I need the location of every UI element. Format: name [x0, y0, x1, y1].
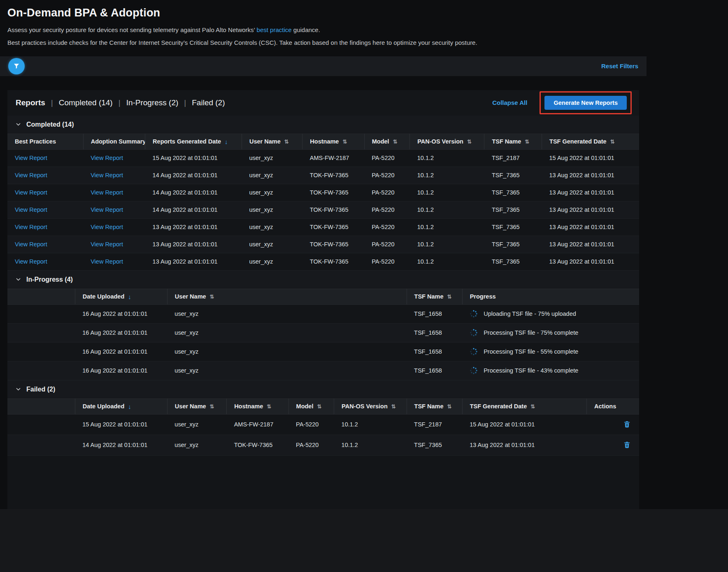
progress-spinner-icon: [470, 347, 478, 356]
chevron-down-icon[interactable]: [16, 277, 21, 282]
user-name-cell: user_xyz: [242, 236, 302, 253]
panel-empty-area: [7, 456, 639, 509]
chevron-down-icon[interactable]: [16, 387, 21, 392]
column-header-date-uploaded[interactable]: Date Uploaded↓: [75, 398, 167, 414]
column-header-hostname[interactable]: Hostname⇅: [227, 398, 288, 414]
section-header-in-progress: In-Progress (4): [7, 271, 639, 289]
column-header-user-name[interactable]: User Name⇅: [167, 289, 407, 304]
view-adoption-summary-report-link[interactable]: View Report: [91, 241, 123, 248]
column-label: Model: [296, 403, 314, 410]
reports-generated-date-cell: 14 Aug 2022 at 01:01:01: [145, 167, 242, 184]
sort-icon[interactable]: ⇅: [530, 403, 535, 410]
model-cell: PA-5220: [364, 253, 410, 270]
view-best-practices-report-link[interactable]: View Report: [15, 241, 47, 248]
sort-icon[interactable]: ⇅: [210, 294, 214, 300]
column-header-pan-os-version[interactable]: PAN-OS Version⇅: [334, 398, 407, 414]
column-label: Best Practices: [15, 138, 56, 145]
tsf-name-cell: TSF_1658: [407, 342, 462, 361]
description-text: guidance.: [292, 26, 320, 33]
user-name-cell: user_xyz: [242, 149, 302, 167]
sort-icon[interactable]: ⇅: [525, 139, 529, 145]
in-progress-report-row: 16 Aug 2022 at 01:01:01user_xyzTSF_1658U…: [7, 304, 639, 323]
trash-icon: [623, 423, 631, 429]
sort-desc-icon[interactable]: ↓: [128, 293, 131, 300]
view-best-practices-report-link[interactable]: View Report: [15, 155, 47, 161]
user-name-cell: user_xyz: [242, 253, 302, 270]
sort-icon[interactable]: ⇅: [342, 139, 347, 145]
date-uploaded-cell: 14 Aug 2022 at 01:01:01: [75, 435, 167, 455]
tsf-name-cell: TSF_1658: [407, 304, 462, 323]
column-header-pan-os-version[interactable]: PAN-OS Version⇅: [410, 134, 484, 149]
column-header-tsf-name[interactable]: TSF Name⇅: [407, 289, 462, 304]
column-header-model[interactable]: Model⇅: [364, 134, 410, 149]
reports-panel-header: Reports | Completed (14) | In-Progress (…: [7, 90, 639, 116]
empty-cell: [7, 342, 75, 361]
delete-report-button[interactable]: [622, 419, 632, 429]
column-header-user-name[interactable]: User Name⇅: [242, 134, 302, 149]
user-name-cell: user_xyz: [167, 361, 407, 380]
column-header-user-name[interactable]: User Name⇅: [167, 398, 226, 414]
in-progress-reports-table: Date Uploaded↓User Name⇅TSF Name⇅Progres…: [7, 289, 639, 380]
view-adoption-summary-report-link[interactable]: View Report: [91, 224, 123, 230]
tab-completed[interactable]: Completed (14): [59, 98, 113, 107]
bottom-strip: [0, 509, 728, 572]
view-best-practices-report-link[interactable]: View Report: [15, 206, 47, 213]
separator: |: [51, 98, 53, 107]
column-header-tsf-name[interactable]: TSF Name⇅: [484, 134, 542, 149]
collapse-all-link[interactable]: Collapse All: [492, 99, 527, 106]
view-adoption-summary-report-link[interactable]: View Report: [91, 172, 123, 178]
sort-desc-icon[interactable]: ↓: [128, 403, 131, 410]
column-header-date-uploaded[interactable]: Date Uploaded↓: [75, 289, 167, 304]
view-best-practices-report-link[interactable]: View Report: [15, 258, 47, 265]
tsf-name-cell: TSF_2187: [407, 414, 462, 435]
column-label: PAN-OS Version: [417, 138, 463, 145]
empty-cell: [7, 435, 75, 455]
sort-icon[interactable]: ⇅: [284, 139, 289, 145]
reports-panel: Reports | Completed (14) | In-Progress (…: [7, 90, 639, 509]
progress-text: Processing TSF file - 43% complete: [484, 367, 578, 374]
sort-icon[interactable]: ⇅: [447, 403, 452, 410]
view-adoption-summary-report-link[interactable]: View Report: [91, 258, 123, 265]
table-header-row: Best PracticesAdoption SummaryReports Ge…: [7, 134, 639, 149]
separator: |: [184, 98, 186, 107]
sort-icon[interactable]: ⇅: [267, 403, 271, 410]
view-adoption-summary-report-link[interactable]: View Report: [91, 189, 123, 196]
column-label: TSF Generated Date: [470, 403, 527, 410]
in-progress-report-row: 16 Aug 2022 at 01:01:01user_xyzTSF_1658P…: [7, 342, 639, 361]
sort-icon[interactable]: ⇅: [391, 403, 396, 410]
column-header-reports-generated-date[interactable]: Reports Generated Date↓: [145, 134, 242, 149]
model-cell: PA-5220: [364, 201, 410, 218]
panos-version-cell: 10.1.2: [410, 218, 484, 236]
filter-button[interactable]: [8, 58, 25, 74]
column-header-tsf-name[interactable]: TSF Name⇅: [407, 398, 462, 414]
view-best-practices-report-link[interactable]: View Report: [15, 172, 47, 178]
sort-icon[interactable]: ⇅: [610, 139, 615, 145]
model-cell: PA-5220: [288, 435, 334, 455]
view-best-practices-report-link[interactable]: View Report: [15, 224, 47, 230]
delete-report-button[interactable]: [622, 440, 632, 449]
sort-icon[interactable]: ⇅: [210, 403, 214, 410]
best-practice-link[interactable]: best practice: [257, 26, 292, 33]
column-label: Reports Generated Date: [153, 138, 221, 145]
progress-spinner-icon: [470, 310, 478, 318]
tsf-name-cell: TSF_2187: [484, 149, 542, 167]
tab-failed[interactable]: Failed (2): [192, 98, 225, 107]
view-adoption-summary-report-link[interactable]: View Report: [91, 155, 123, 161]
view-adoption-summary-report-link[interactable]: View Report: [91, 206, 123, 213]
view-best-practices-report-link[interactable]: View Report: [15, 189, 47, 196]
sort-desc-icon[interactable]: ↓: [225, 138, 228, 145]
sort-icon[interactable]: ⇅: [317, 403, 321, 410]
sort-icon[interactable]: ⇅: [467, 139, 472, 145]
reset-filters-link[interactable]: Reset Filters: [601, 63, 638, 69]
tab-in-progress[interactable]: In-Progress (2): [126, 98, 179, 107]
column-header-tsf-generated-date[interactable]: TSF Generated Date⇅: [462, 398, 586, 414]
chevron-down-icon[interactable]: [16, 122, 21, 127]
in-progress-report-row: 16 Aug 2022 at 01:01:01user_xyzTSF_1658P…: [7, 323, 639, 342]
sort-icon[interactable]: ⇅: [447, 294, 452, 300]
generate-button-wrapper: Generate New Reports: [544, 96, 627, 110]
column-header-hostname[interactable]: Hostname⇅: [302, 134, 364, 149]
column-header-tsf-generated-date[interactable]: TSF Generated Date⇅: [542, 134, 639, 149]
column-header-model[interactable]: Model⇅: [288, 398, 334, 414]
generate-new-reports-button[interactable]: Generate New Reports: [544, 96, 627, 110]
sort-icon[interactable]: ⇅: [393, 139, 398, 145]
